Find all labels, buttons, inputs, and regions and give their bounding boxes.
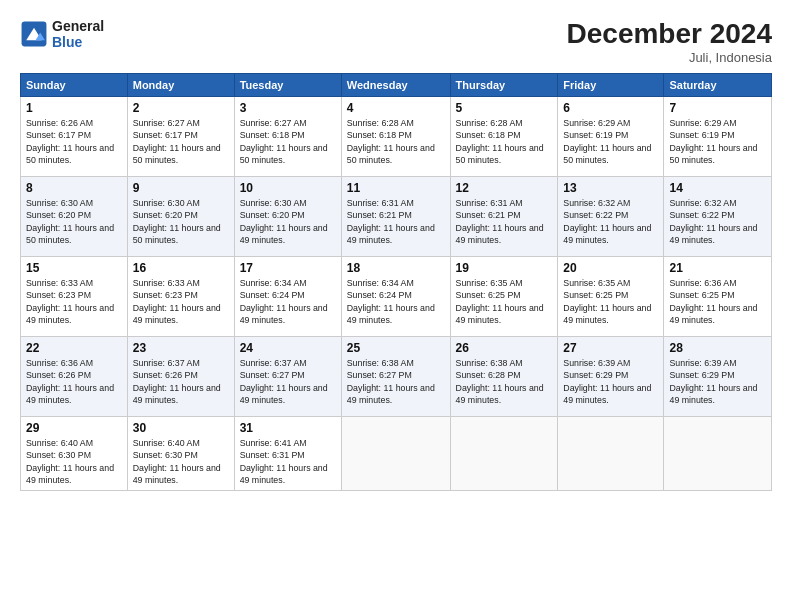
day-info: Sunrise: 6:38 AM Sunset: 6:28 PM Dayligh…: [456, 357, 553, 406]
sunset-text: Sunset: 6:18 PM: [456, 130, 521, 140]
location-subtitle: Juli, Indonesia: [567, 50, 772, 65]
day-number: 25: [347, 341, 445, 355]
month-year-title: December 2024: [567, 18, 772, 50]
daylight-text: Daylight: 11 hours and 49 minutes.: [240, 303, 328, 325]
sunset-text: Sunset: 6:23 PM: [26, 290, 91, 300]
sunrise-text: Sunrise: 6:26 AM: [26, 118, 93, 128]
day-info: Sunrise: 6:27 AM Sunset: 6:17 PM Dayligh…: [133, 117, 229, 166]
daylight-text: Daylight: 11 hours and 49 minutes.: [669, 303, 757, 325]
calendar-cell: 6 Sunrise: 6:29 AM Sunset: 6:19 PM Dayli…: [558, 97, 664, 177]
calendar-cell: 22 Sunrise: 6:36 AM Sunset: 6:26 PM Dayl…: [21, 337, 128, 417]
calendar-cell: 15 Sunrise: 6:33 AM Sunset: 6:23 PM Dayl…: [21, 257, 128, 337]
logo: General Blue: [20, 18, 104, 50]
calendar-cell: 11 Sunrise: 6:31 AM Sunset: 6:21 PM Dayl…: [341, 177, 450, 257]
calendar-cell: 24 Sunrise: 6:37 AM Sunset: 6:27 PM Dayl…: [234, 337, 341, 417]
col-thursday: Thursday: [450, 74, 558, 97]
sunrise-text: Sunrise: 6:38 AM: [347, 358, 414, 368]
calendar-page: General Blue December 2024 Juli, Indones…: [0, 0, 792, 612]
sunrise-text: Sunrise: 6:33 AM: [133, 278, 200, 288]
col-monday: Monday: [127, 74, 234, 97]
daylight-text: Daylight: 11 hours and 49 minutes.: [133, 463, 221, 485]
sunrise-text: Sunrise: 6:32 AM: [669, 198, 736, 208]
day-info: Sunrise: 6:36 AM Sunset: 6:25 PM Dayligh…: [669, 277, 766, 326]
sunset-text: Sunset: 6:25 PM: [456, 290, 521, 300]
daylight-text: Daylight: 11 hours and 49 minutes.: [456, 303, 544, 325]
sunrise-text: Sunrise: 6:29 AM: [669, 118, 736, 128]
sunrise-text: Sunrise: 6:28 AM: [347, 118, 414, 128]
day-number: 2: [133, 101, 229, 115]
daylight-text: Daylight: 11 hours and 49 minutes.: [456, 223, 544, 245]
day-number: 7: [669, 101, 766, 115]
daylight-text: Daylight: 11 hours and 49 minutes.: [26, 383, 114, 405]
calendar-cell: 31 Sunrise: 6:41 AM Sunset: 6:31 PM Dayl…: [234, 417, 341, 491]
sunset-text: Sunset: 6:17 PM: [133, 130, 198, 140]
sunrise-text: Sunrise: 6:41 AM: [240, 438, 307, 448]
day-number: 19: [456, 261, 553, 275]
day-info: Sunrise: 6:40 AM Sunset: 6:30 PM Dayligh…: [26, 437, 122, 486]
calendar-table: Sunday Monday Tuesday Wednesday Thursday…: [20, 73, 772, 491]
sunrise-text: Sunrise: 6:37 AM: [133, 358, 200, 368]
day-info: Sunrise: 6:39 AM Sunset: 6:29 PM Dayligh…: [669, 357, 766, 406]
day-number: 13: [563, 181, 658, 195]
sunset-text: Sunset: 6:26 PM: [133, 370, 198, 380]
day-number: 27: [563, 341, 658, 355]
sunset-text: Sunset: 6:20 PM: [26, 210, 91, 220]
sunset-text: Sunset: 6:24 PM: [347, 290, 412, 300]
day-number: 3: [240, 101, 336, 115]
daylight-text: Daylight: 11 hours and 50 minutes.: [456, 143, 544, 165]
day-number: 8: [26, 181, 122, 195]
day-info: Sunrise: 6:30 AM Sunset: 6:20 PM Dayligh…: [240, 197, 336, 246]
calendar-cell: 13 Sunrise: 6:32 AM Sunset: 6:22 PM Dayl…: [558, 177, 664, 257]
daylight-text: Daylight: 11 hours and 49 minutes.: [563, 303, 651, 325]
day-info: Sunrise: 6:30 AM Sunset: 6:20 PM Dayligh…: [26, 197, 122, 246]
daylight-text: Daylight: 11 hours and 49 minutes.: [347, 383, 435, 405]
day-info: Sunrise: 6:36 AM Sunset: 6:26 PM Dayligh…: [26, 357, 122, 406]
day-info: Sunrise: 6:39 AM Sunset: 6:29 PM Dayligh…: [563, 357, 658, 406]
sunset-text: Sunset: 6:29 PM: [563, 370, 628, 380]
daylight-text: Daylight: 11 hours and 50 minutes.: [26, 143, 114, 165]
day-info: Sunrise: 6:31 AM Sunset: 6:21 PM Dayligh…: [347, 197, 445, 246]
sunset-text: Sunset: 6:18 PM: [347, 130, 412, 140]
day-number: 20: [563, 261, 658, 275]
page-header: General Blue December 2024 Juli, Indones…: [20, 18, 772, 65]
sunset-text: Sunset: 6:28 PM: [456, 370, 521, 380]
calendar-week-row: 15 Sunrise: 6:33 AM Sunset: 6:23 PM Dayl…: [21, 257, 772, 337]
day-number: 17: [240, 261, 336, 275]
day-info: Sunrise: 6:32 AM Sunset: 6:22 PM Dayligh…: [669, 197, 766, 246]
day-info: Sunrise: 6:37 AM Sunset: 6:27 PM Dayligh…: [240, 357, 336, 406]
day-info: Sunrise: 6:28 AM Sunset: 6:18 PM Dayligh…: [456, 117, 553, 166]
sunrise-text: Sunrise: 6:33 AM: [26, 278, 93, 288]
sunset-text: Sunset: 6:31 PM: [240, 450, 305, 460]
daylight-text: Daylight: 11 hours and 49 minutes.: [563, 383, 651, 405]
calendar-cell: 29 Sunrise: 6:40 AM Sunset: 6:30 PM Dayl…: [21, 417, 128, 491]
day-number: 11: [347, 181, 445, 195]
sunrise-text: Sunrise: 6:31 AM: [347, 198, 414, 208]
sunrise-text: Sunrise: 6:38 AM: [456, 358, 523, 368]
daylight-text: Daylight: 11 hours and 49 minutes.: [26, 463, 114, 485]
sunset-text: Sunset: 6:27 PM: [240, 370, 305, 380]
calendar-cell: [558, 417, 664, 491]
day-number: 23: [133, 341, 229, 355]
calendar-cell: 21 Sunrise: 6:36 AM Sunset: 6:25 PM Dayl…: [664, 257, 772, 337]
daylight-text: Daylight: 11 hours and 50 minutes.: [26, 223, 114, 245]
calendar-cell: 18 Sunrise: 6:34 AM Sunset: 6:24 PM Dayl…: [341, 257, 450, 337]
calendar-cell: 17 Sunrise: 6:34 AM Sunset: 6:24 PM Dayl…: [234, 257, 341, 337]
sunset-text: Sunset: 6:27 PM: [347, 370, 412, 380]
day-info: Sunrise: 6:41 AM Sunset: 6:31 PM Dayligh…: [240, 437, 336, 486]
sunrise-text: Sunrise: 6:27 AM: [133, 118, 200, 128]
sunset-text: Sunset: 6:19 PM: [563, 130, 628, 140]
sunset-text: Sunset: 6:30 PM: [26, 450, 91, 460]
sunset-text: Sunset: 6:20 PM: [133, 210, 198, 220]
day-info: Sunrise: 6:35 AM Sunset: 6:25 PM Dayligh…: [456, 277, 553, 326]
daylight-text: Daylight: 11 hours and 49 minutes.: [133, 303, 221, 325]
sunrise-text: Sunrise: 6:30 AM: [26, 198, 93, 208]
sunrise-text: Sunrise: 6:31 AM: [456, 198, 523, 208]
day-info: Sunrise: 6:29 AM Sunset: 6:19 PM Dayligh…: [563, 117, 658, 166]
day-number: 14: [669, 181, 766, 195]
calendar-cell: 19 Sunrise: 6:35 AM Sunset: 6:25 PM Dayl…: [450, 257, 558, 337]
title-block: December 2024 Juli, Indonesia: [567, 18, 772, 65]
sunset-text: Sunset: 6:26 PM: [26, 370, 91, 380]
day-info: Sunrise: 6:29 AM Sunset: 6:19 PM Dayligh…: [669, 117, 766, 166]
calendar-cell: 23 Sunrise: 6:37 AM Sunset: 6:26 PM Dayl…: [127, 337, 234, 417]
logo-text: General Blue: [52, 18, 104, 50]
